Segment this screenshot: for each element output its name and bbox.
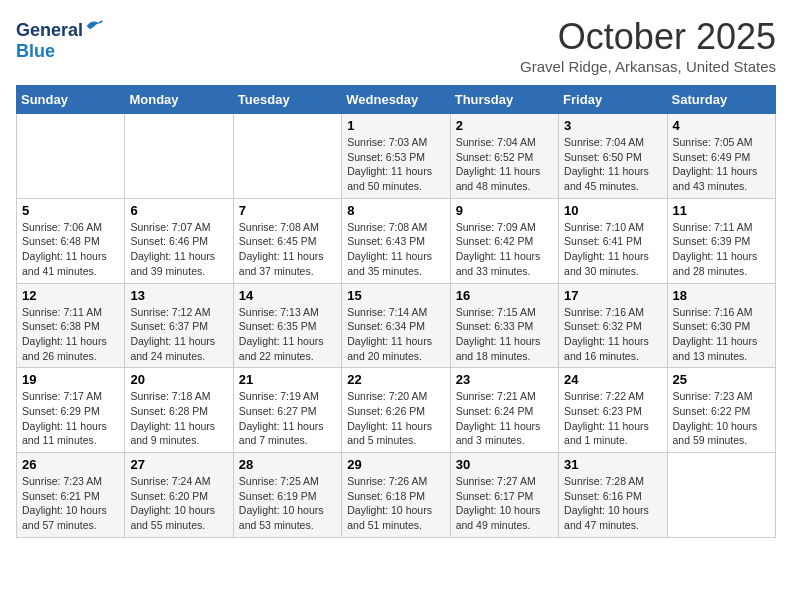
week-row: 26Sunrise: 7:23 AM Sunset: 6:21 PM Dayli… — [17, 453, 776, 538]
day-info: Sunrise: 7:27 AM Sunset: 6:17 PM Dayligh… — [456, 474, 553, 533]
day-number: 13 — [130, 288, 227, 303]
day-number: 24 — [564, 372, 661, 387]
calendar-cell: 11Sunrise: 7:11 AM Sunset: 6:39 PM Dayli… — [667, 198, 775, 283]
day-info: Sunrise: 7:17 AM Sunset: 6:29 PM Dayligh… — [22, 389, 119, 448]
header-day: Tuesday — [233, 86, 341, 114]
day-info: Sunrise: 7:06 AM Sunset: 6:48 PM Dayligh… — [22, 220, 119, 279]
header-day: Thursday — [450, 86, 558, 114]
day-info: Sunrise: 7:16 AM Sunset: 6:32 PM Dayligh… — [564, 305, 661, 364]
calendar-cell: 16Sunrise: 7:15 AM Sunset: 6:33 PM Dayli… — [450, 283, 558, 368]
calendar-cell: 13Sunrise: 7:12 AM Sunset: 6:37 PM Dayli… — [125, 283, 233, 368]
day-number: 8 — [347, 203, 444, 218]
day-number: 20 — [130, 372, 227, 387]
location: Gravel Ridge, Arkansas, United States — [520, 58, 776, 75]
page-header: General Blue October 2025 Gravel Ridge, … — [16, 16, 776, 75]
title-block: October 2025 Gravel Ridge, Arkansas, Uni… — [520, 16, 776, 75]
day-info: Sunrise: 7:16 AM Sunset: 6:30 PM Dayligh… — [673, 305, 770, 364]
day-number: 15 — [347, 288, 444, 303]
day-number: 23 — [456, 372, 553, 387]
calendar-cell: 8Sunrise: 7:08 AM Sunset: 6:43 PM Daylig… — [342, 198, 450, 283]
day-info: Sunrise: 7:10 AM Sunset: 6:41 PM Dayligh… — [564, 220, 661, 279]
day-number: 16 — [456, 288, 553, 303]
day-info: Sunrise: 7:21 AM Sunset: 6:24 PM Dayligh… — [456, 389, 553, 448]
week-row: 19Sunrise: 7:17 AM Sunset: 6:29 PM Dayli… — [17, 368, 776, 453]
day-number: 5 — [22, 203, 119, 218]
day-info: Sunrise: 7:23 AM Sunset: 6:22 PM Dayligh… — [673, 389, 770, 448]
day-info: Sunrise: 7:25 AM Sunset: 6:19 PM Dayligh… — [239, 474, 336, 533]
calendar-cell — [17, 114, 125, 199]
logo-blue-text: Blue — [16, 41, 105, 62]
calendar-cell — [233, 114, 341, 199]
calendar-cell: 19Sunrise: 7:17 AM Sunset: 6:29 PM Dayli… — [17, 368, 125, 453]
calendar-cell: 21Sunrise: 7:19 AM Sunset: 6:27 PM Dayli… — [233, 368, 341, 453]
calendar-cell: 5Sunrise: 7:06 AM Sunset: 6:48 PM Daylig… — [17, 198, 125, 283]
day-number: 29 — [347, 457, 444, 472]
calendar-cell: 4Sunrise: 7:05 AM Sunset: 6:49 PM Daylig… — [667, 114, 775, 199]
calendar-cell: 18Sunrise: 7:16 AM Sunset: 6:30 PM Dayli… — [667, 283, 775, 368]
day-number: 7 — [239, 203, 336, 218]
month-title: October 2025 — [520, 16, 776, 58]
day-info: Sunrise: 7:19 AM Sunset: 6:27 PM Dayligh… — [239, 389, 336, 448]
week-row: 5Sunrise: 7:06 AM Sunset: 6:48 PM Daylig… — [17, 198, 776, 283]
logo-bird-icon — [85, 16, 105, 36]
day-number: 14 — [239, 288, 336, 303]
header-day: Monday — [125, 86, 233, 114]
calendar-table: SundayMondayTuesdayWednesdayThursdayFrid… — [16, 85, 776, 538]
day-number: 3 — [564, 118, 661, 133]
day-info: Sunrise: 7:09 AM Sunset: 6:42 PM Dayligh… — [456, 220, 553, 279]
day-info: Sunrise: 7:04 AM Sunset: 6:52 PM Dayligh… — [456, 135, 553, 194]
calendar-cell: 28Sunrise: 7:25 AM Sunset: 6:19 PM Dayli… — [233, 453, 341, 538]
calendar-cell: 12Sunrise: 7:11 AM Sunset: 6:38 PM Dayli… — [17, 283, 125, 368]
calendar-cell: 23Sunrise: 7:21 AM Sunset: 6:24 PM Dayli… — [450, 368, 558, 453]
day-number: 6 — [130, 203, 227, 218]
calendar-cell — [667, 453, 775, 538]
day-info: Sunrise: 7:13 AM Sunset: 6:35 PM Dayligh… — [239, 305, 336, 364]
day-info: Sunrise: 7:12 AM Sunset: 6:37 PM Dayligh… — [130, 305, 227, 364]
day-number: 19 — [22, 372, 119, 387]
calendar-cell: 6Sunrise: 7:07 AM Sunset: 6:46 PM Daylig… — [125, 198, 233, 283]
day-info: Sunrise: 7:22 AM Sunset: 6:23 PM Dayligh… — [564, 389, 661, 448]
day-info: Sunrise: 7:03 AM Sunset: 6:53 PM Dayligh… — [347, 135, 444, 194]
header-day: Saturday — [667, 86, 775, 114]
day-number: 25 — [673, 372, 770, 387]
day-info: Sunrise: 7:18 AM Sunset: 6:28 PM Dayligh… — [130, 389, 227, 448]
logo: General Blue — [16, 16, 105, 62]
calendar-cell: 29Sunrise: 7:26 AM Sunset: 6:18 PM Dayli… — [342, 453, 450, 538]
day-number: 26 — [22, 457, 119, 472]
calendar-cell: 14Sunrise: 7:13 AM Sunset: 6:35 PM Dayli… — [233, 283, 341, 368]
day-number: 9 — [456, 203, 553, 218]
day-info: Sunrise: 7:15 AM Sunset: 6:33 PM Dayligh… — [456, 305, 553, 364]
day-number: 10 — [564, 203, 661, 218]
calendar-cell: 20Sunrise: 7:18 AM Sunset: 6:28 PM Dayli… — [125, 368, 233, 453]
calendar-cell: 24Sunrise: 7:22 AM Sunset: 6:23 PM Dayli… — [559, 368, 667, 453]
header-day: Sunday — [17, 86, 125, 114]
day-number: 11 — [673, 203, 770, 218]
day-number: 18 — [673, 288, 770, 303]
calendar-cell: 10Sunrise: 7:10 AM Sunset: 6:41 PM Dayli… — [559, 198, 667, 283]
day-info: Sunrise: 7:07 AM Sunset: 6:46 PM Dayligh… — [130, 220, 227, 279]
week-row: 12Sunrise: 7:11 AM Sunset: 6:38 PM Dayli… — [17, 283, 776, 368]
day-number: 31 — [564, 457, 661, 472]
day-info: Sunrise: 7:08 AM Sunset: 6:45 PM Dayligh… — [239, 220, 336, 279]
logo-text: General — [16, 16, 105, 41]
day-number: 17 — [564, 288, 661, 303]
day-info: Sunrise: 7:23 AM Sunset: 6:21 PM Dayligh… — [22, 474, 119, 533]
calendar-cell: 17Sunrise: 7:16 AM Sunset: 6:32 PM Dayli… — [559, 283, 667, 368]
day-info: Sunrise: 7:28 AM Sunset: 6:16 PM Dayligh… — [564, 474, 661, 533]
calendar-cell: 1Sunrise: 7:03 AM Sunset: 6:53 PM Daylig… — [342, 114, 450, 199]
day-info: Sunrise: 7:11 AM Sunset: 6:39 PM Dayligh… — [673, 220, 770, 279]
calendar-cell: 27Sunrise: 7:24 AM Sunset: 6:20 PM Dayli… — [125, 453, 233, 538]
calendar-cell: 26Sunrise: 7:23 AM Sunset: 6:21 PM Dayli… — [17, 453, 125, 538]
day-info: Sunrise: 7:14 AM Sunset: 6:34 PM Dayligh… — [347, 305, 444, 364]
day-info: Sunrise: 7:05 AM Sunset: 6:49 PM Dayligh… — [673, 135, 770, 194]
day-number: 22 — [347, 372, 444, 387]
calendar-cell: 9Sunrise: 7:09 AM Sunset: 6:42 PM Daylig… — [450, 198, 558, 283]
day-number: 4 — [673, 118, 770, 133]
day-info: Sunrise: 7:11 AM Sunset: 6:38 PM Dayligh… — [22, 305, 119, 364]
day-number: 12 — [22, 288, 119, 303]
day-number: 28 — [239, 457, 336, 472]
day-number: 30 — [456, 457, 553, 472]
calendar-cell: 25Sunrise: 7:23 AM Sunset: 6:22 PM Dayli… — [667, 368, 775, 453]
day-info: Sunrise: 7:20 AM Sunset: 6:26 PM Dayligh… — [347, 389, 444, 448]
calendar-cell: 30Sunrise: 7:27 AM Sunset: 6:17 PM Dayli… — [450, 453, 558, 538]
